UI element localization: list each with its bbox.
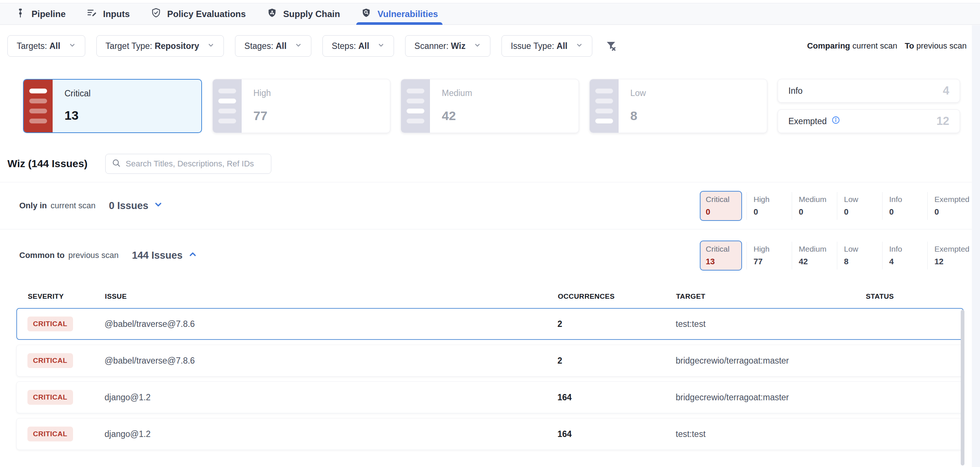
filter-dropdown-text: Scanner: Wiz — [414, 41, 466, 51]
chevron-down-icon — [576, 41, 583, 51]
filter-dropdown-text: Targets: All — [17, 41, 60, 51]
search-box[interactable] — [105, 154, 271, 174]
tab-inputs[interactable]: Inputs — [86, 3, 130, 24]
target-cell: bridgecrewio/terragoat:master — [676, 392, 865, 402]
severity-card[interactable]: High 77 — [212, 79, 391, 133]
table-row[interactable]: CRITICAL @babel/traverse@7.8.6 2 test:te… — [16, 308, 964, 340]
severity-stat[interactable]: Low 0 — [837, 192, 882, 220]
severity-card-body: Low 8 — [619, 79, 767, 133]
target-cell: test:test — [676, 319, 865, 329]
severity-stat-label: High — [754, 195, 792, 204]
issues-table: SEVERITY ISSUE OCCURRENCES TARGET STATUS… — [0, 281, 980, 450]
scanner-header-row: Wiz (144 Issues) — [0, 133, 980, 182]
severity-stat-label: Critical — [706, 195, 741, 204]
severity-stat[interactable]: Exempted 0 — [928, 192, 973, 220]
info-icon[interactable] — [831, 116, 840, 127]
severity-stat-value: 77 — [754, 257, 792, 267]
severity-stat-value: 12 — [934, 257, 973, 267]
severity-stat-label: Exempted — [934, 245, 973, 254]
tab-pipeline[interactable]: Pipeline — [15, 3, 65, 24]
severity-stat-label: Medium — [799, 245, 837, 254]
severity-stat-value: 0 — [706, 207, 741, 217]
severity-stat-value: 0 — [889, 207, 928, 217]
severity-stat[interactable]: Critical 0 — [700, 191, 742, 221]
severity-stat[interactable]: High 0 — [746, 192, 792, 220]
info-card[interactable]: Info 4 — [778, 79, 960, 103]
severity-level-icon — [24, 80, 52, 132]
issue-cell: @babel/traverse@7.8.6 — [105, 319, 557, 329]
filter-dropdown[interactable]: Steps: All — [323, 35, 394, 57]
filter-dropdown[interactable]: Scanner: Wiz — [405, 35, 490, 57]
top-navigation: Pipeline Inputs Policy Evaluations — [0, 3, 980, 25]
col-severity: SEVERITY — [28, 292, 105, 300]
issue-cell: django@1.2 — [105, 429, 557, 439]
table-row[interactable]: CRITICAL django@1.2 164 test:test — [16, 418, 964, 450]
severity-stat-value: 4 — [889, 257, 928, 267]
severity-card-label: Critical — [65, 89, 190, 98]
scrollbar-thumb[interactable] — [961, 310, 964, 465]
shield-graph-icon — [267, 7, 278, 21]
section-label: Common to previous scan 144 Issues — [19, 249, 197, 262]
severity-stat-value: 8 — [844, 257, 882, 267]
clear-filters-icon[interactable] — [605, 40, 617, 52]
severity-stat-label: Critical — [706, 245, 741, 254]
severity-stat[interactable]: Medium 0 — [792, 192, 837, 220]
comparing-label: Comparing current scan To previous scan — [807, 41, 967, 51]
chevron-down-icon — [153, 200, 163, 212]
severity-stat-label: Info — [889, 245, 928, 254]
severity-stat-value: 13 — [706, 257, 741, 267]
issue-cell: @babel/traverse@7.8.6 — [105, 356, 557, 366]
severity-card-body: Critical 13 — [52, 80, 201, 132]
col-occurrences: OCCURRENCES — [558, 292, 676, 300]
issues-toggle[interactable]: 144 Issues — [132, 249, 197, 262]
severity-stat[interactable]: Critical 13 — [700, 241, 742, 270]
search-input[interactable] — [126, 159, 265, 168]
filter-dropdown[interactable]: Issue Type: All — [501, 35, 592, 57]
tab-label: Inputs — [103, 9, 130, 19]
scanner-title: Wiz (144 Issues) — [7, 158, 88, 170]
severity-stat[interactable]: High 77 — [746, 241, 792, 270]
severity-stat[interactable]: Info 4 — [882, 241, 928, 270]
severity-card[interactable]: Critical 13 — [23, 79, 202, 133]
severity-stat-value: 0 — [844, 207, 882, 217]
issues-toggle[interactable]: 0 Issues — [109, 200, 164, 212]
inputs-icon — [86, 7, 97, 21]
exempted-card-count: 12 — [937, 114, 949, 128]
tab-label: Supply Chain — [283, 9, 340, 19]
severity-card[interactable]: Medium 42 — [401, 79, 579, 133]
filter-dropdown[interactable]: Target Type: Repository — [96, 35, 224, 57]
severity-badge: CRITICAL — [27, 316, 73, 331]
table-row[interactable]: CRITICAL django@1.2 164 bridgecrewio/ter… — [16, 381, 964, 413]
chevron-down-icon — [68, 41, 76, 51]
severity-stat-label: Medium — [799, 195, 837, 204]
occurrences-cell: 164 — [557, 429, 676, 439]
severity-stat-label: Low — [844, 245, 882, 254]
tab-policy-evaluations[interactable]: Policy Evaluations — [151, 3, 246, 24]
severity-card-count: 77 — [253, 109, 379, 123]
section-only-in-current-scan: Only in current scan 0 Issues Critical 0… — [0, 183, 980, 229]
severity-stats: Critical 0 High 0 Medium 0 Low 0 Info 0 — [700, 191, 973, 221]
filter-dropdown[interactable]: Stages: All — [235, 35, 311, 57]
severity-stat-value: 0 — [934, 207, 973, 217]
severity-stat[interactable]: Low 8 — [837, 241, 882, 270]
severity-stat[interactable]: Medium 42 — [792, 241, 837, 270]
tab-vulnerabilities[interactable]: Vulnerabilities — [361, 3, 438, 24]
filter-bar: Targets: All Target Type: Repository — [0, 25, 980, 65]
severity-level-icon — [213, 79, 242, 133]
filter-dropdown-text: Issue Type: All — [511, 41, 568, 51]
severity-card-count: 8 — [630, 109, 756, 123]
severity-card-body: High 77 — [242, 79, 390, 133]
severity-card[interactable]: Low 8 — [589, 79, 768, 133]
tab-label: Vulnerabilities — [377, 9, 438, 19]
filter-dropdown-text: Steps: All — [332, 41, 369, 51]
severity-card-label: Low — [630, 88, 756, 98]
table-row[interactable]: CRITICAL @babel/traverse@7.8.6 2 bridgec… — [16, 345, 964, 376]
severity-card-count: 13 — [65, 108, 190, 123]
severity-stat[interactable]: Exempted 12 — [928, 241, 973, 270]
severity-stat[interactable]: Info 0 — [882, 192, 928, 220]
exempted-card[interactable]: Exempted 12 — [778, 110, 960, 133]
filter-dropdown[interactable]: Targets: All — [7, 35, 85, 57]
issue-cell: django@1.2 — [105, 392, 557, 402]
info-card-count: 4 — [943, 84, 949, 97]
tab-supply-chain[interactable]: Supply Chain — [267, 3, 340, 24]
